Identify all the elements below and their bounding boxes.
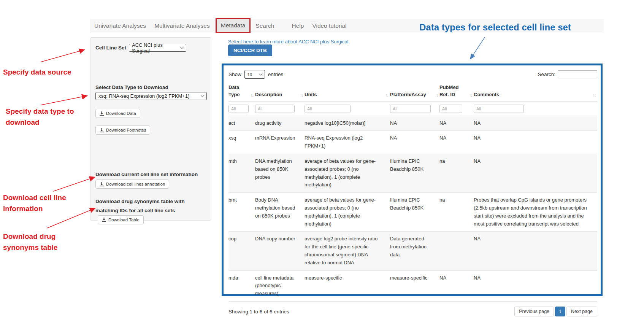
header-label: Description xyxy=(255,92,282,97)
download-icon xyxy=(102,218,106,222)
filter-row xyxy=(228,102,597,116)
cell-pubmed: na xyxy=(439,154,474,193)
cell-comments: NA xyxy=(474,131,597,154)
arrow-specify-data-source xyxy=(41,50,84,62)
note-data-types-heading: Data types for selected cell line set xyxy=(419,22,571,33)
note-download-cell-line: Download cell line information xyxy=(3,192,81,214)
entries-info: Showing 1 to 6 of 6 entries xyxy=(228,309,289,315)
cell-line-set-value: ACC NCI plus Surgical xyxy=(132,42,178,54)
cell-units: average log2 probe intensity ratio for t… xyxy=(305,232,390,270)
sidebar-panel: Cell Line Set ACC NCI plus Surgical Sele… xyxy=(90,37,211,221)
data-types-table: Data Type↑↓ Description↑↓ Units↑↓ Platfo… xyxy=(228,83,597,302)
filter-pubmed[interactable] xyxy=(439,105,462,113)
cell-units: measure-specific xyxy=(305,270,390,301)
header-row: Data Type↑↓ Description↑↓ Units↑↓ Platfo… xyxy=(228,83,597,102)
col-header-platform[interactable]: Platform/Assay↑↓ xyxy=(390,83,439,102)
page-length-value: 10 xyxy=(247,72,252,77)
cell-platform: NA xyxy=(390,116,439,131)
filter-description[interactable] xyxy=(255,105,295,113)
table-footer: Showing 1 to 6 of 6 entries Previous pag… xyxy=(228,307,597,316)
sort-icon[interactable]: ↑↓ xyxy=(385,92,388,99)
cell-comments: Probes that overlap CpG islands or gene … xyxy=(474,193,597,232)
drug-synonyms-text: Download drug synonyms table with matchi… xyxy=(95,199,185,213)
cell-units: average of beta values for gene-associat… xyxy=(305,193,390,232)
download-table-button[interactable]: Download Table xyxy=(98,215,144,224)
table-topbar: Show 10 entries Search: xyxy=(228,70,597,79)
header-label: Data Type xyxy=(228,84,240,97)
table-search-input[interactable] xyxy=(558,70,597,78)
cell-description: drug activity xyxy=(255,116,305,131)
cell-data-type: mda xyxy=(228,270,255,301)
col-header-data-type[interactable]: Data Type↑↓ xyxy=(228,83,255,102)
chevron-down-icon xyxy=(180,45,184,49)
header-label: Platform/Assay xyxy=(390,92,426,97)
cell-platform: measure-specific xyxy=(390,270,439,301)
table-row: mth DNA methylation based on 850K probes… xyxy=(228,154,597,193)
nav-search[interactable]: Search xyxy=(251,19,278,32)
note-specify-data-source: Specify data source xyxy=(3,67,83,78)
cell-description: mRNA Expression xyxy=(255,131,305,154)
cell-line-set-select[interactable]: ACC NCI plus Surgical xyxy=(129,44,186,52)
cell-data-type: mth xyxy=(228,154,255,193)
header-label: Units xyxy=(305,92,317,97)
learn-more-link[interactable]: Select here to learn more about ACC NCI … xyxy=(228,39,349,44)
filter-units[interactable] xyxy=(305,105,351,113)
cell-platform: Illumina EPIC Beadchip 850K xyxy=(390,193,439,232)
cell-description: cell line metadata (phenotypic measures) xyxy=(255,270,305,301)
cell-line-set-label: Cell Line Set xyxy=(95,45,126,51)
download-data-button[interactable]: Download Data xyxy=(95,109,140,118)
data-type-label: Select Data Type to Download xyxy=(95,84,206,90)
col-header-comments[interactable]: Comments↑↓ xyxy=(474,83,597,102)
data-type-select[interactable]: xsq: RNA-seq Expression (log2 FPKM+1) xyxy=(95,92,207,100)
sort-icon[interactable]: ↑↓ xyxy=(435,92,438,99)
sort-icon[interactable]: ↑↓ xyxy=(251,92,253,99)
sort-icon[interactable]: ↑↓ xyxy=(300,92,303,99)
cell-data-type: xsq xyxy=(228,131,255,154)
download-cell-lines-annotation-button[interactable]: Download cell lines annotation xyxy=(95,180,169,189)
previous-page-button[interactable]: Previous page xyxy=(514,307,554,316)
cell-pubmed: NA xyxy=(439,270,474,301)
cell-units: negative log10[IC50(molar)] xyxy=(305,116,390,131)
entries-label: entries xyxy=(268,72,284,77)
cell-pubmed: na xyxy=(439,193,474,232)
arrow-download-cell-line xyxy=(53,177,94,191)
cell-data-type: act xyxy=(228,116,255,131)
filter-comments[interactable] xyxy=(474,105,524,113)
cell-comments: NA xyxy=(474,270,597,301)
table-row: xsq mRNA Expression RNA-seq Expression (… xyxy=(228,131,597,154)
next-page-button[interactable]: Next page xyxy=(566,307,597,316)
cell-comments: NA xyxy=(474,154,597,193)
nav-help[interactable]: Help xyxy=(287,19,308,32)
download-annotation-label: Download cell lines annotation xyxy=(106,182,165,186)
note-download-drug-synonyms: Download drug synonyms table xyxy=(3,231,77,253)
nav-multivariate-analyses[interactable]: Multivariate Analyses xyxy=(150,19,214,32)
note-specify-data-type: Specify data type to download xyxy=(6,106,89,128)
nav-metadata[interactable]: Metadata xyxy=(216,18,251,33)
arrow-specify-data-type xyxy=(41,96,87,105)
download-icon xyxy=(100,111,104,116)
col-header-units[interactable]: Units↑↓ xyxy=(305,83,390,102)
pagination: Previous page 1 Next page xyxy=(514,307,597,316)
source-button[interactable]: NCI/CCR DTB xyxy=(228,44,272,56)
nav-univariate-analyses[interactable]: Univariate Analyses xyxy=(90,19,150,32)
chevron-down-icon xyxy=(201,94,205,97)
chevron-down-icon xyxy=(259,72,262,76)
page-1-button[interactable]: 1 xyxy=(555,307,565,316)
table-row: act drug activity negative log10[IC50(mo… xyxy=(228,116,597,131)
header-label: Comments xyxy=(474,92,499,97)
cell-description: Body DNA methylation based on 850K probe… xyxy=(255,193,305,232)
cell-platform: Illumina EPIC Beadchip 850K xyxy=(390,154,439,193)
filter-platform[interactable] xyxy=(390,105,431,113)
cell-comments: NA xyxy=(474,232,597,270)
sort-icon[interactable]: ↑↓ xyxy=(469,92,472,99)
sort-icon[interactable]: ↑↓ xyxy=(593,92,595,99)
cell-platform: Data generated from methylation data xyxy=(390,232,439,270)
col-header-description[interactable]: Description↑↓ xyxy=(255,83,305,102)
download-footnotes-button[interactable]: Download Footnotes xyxy=(95,126,150,135)
page-length-select[interactable]: 10 xyxy=(244,70,265,79)
show-label: Show xyxy=(228,72,241,77)
download-icon xyxy=(100,182,104,186)
filter-data-type[interactable] xyxy=(228,105,249,113)
col-header-pubmed[interactable]: PubMed Ref. ID↑↓ xyxy=(439,83,474,102)
nav-video-tutorial[interactable]: Video tutorial xyxy=(308,19,351,32)
